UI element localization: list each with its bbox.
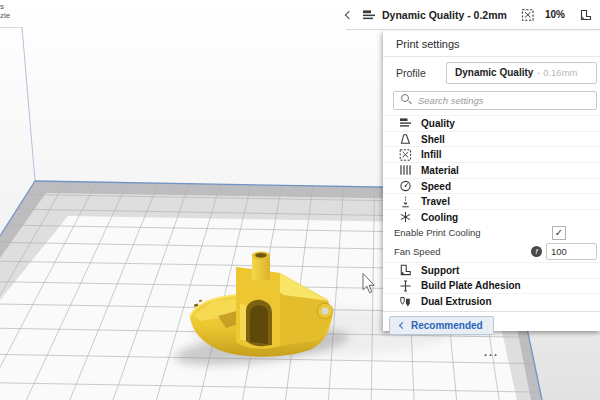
chevron-left-icon xyxy=(399,322,406,329)
infill-icon xyxy=(399,149,412,161)
settings-category-list: QualityShellInfillMaterialSpeedTravelCoo… xyxy=(383,115,600,225)
support-icon xyxy=(399,264,412,276)
category-label: Build Plate Adhesion xyxy=(421,280,521,291)
print-settings-panel: Print settings Profile Dynamic Quality -… xyxy=(383,31,600,331)
calculated-value-icon[interactable]: f xyxy=(531,246,542,257)
collapse-panel-button[interactable] xyxy=(346,0,352,29)
category-label: Cooling xyxy=(421,212,458,223)
category-label: Material xyxy=(421,165,459,176)
category-support[interactable]: Support xyxy=(383,262,600,278)
settings-category-list-bottom: SupportBuild Plate AdhesionDual Extrusio… xyxy=(383,262,600,309)
material-icon xyxy=(399,164,412,176)
category-label: Quality xyxy=(421,118,455,129)
support-summary: Off xyxy=(579,9,600,21)
cura-window: s zle Dynamic Quality - 0.2mm 10% Off xyxy=(0,0,600,400)
speed-icon xyxy=(399,180,412,192)
infill-value: 10% xyxy=(545,9,565,20)
category-build-plate-adhesion[interactable]: Build Plate Adhesion xyxy=(383,278,600,294)
category-label: Shell xyxy=(421,134,445,145)
category-cooling[interactable]: Cooling xyxy=(383,209,600,225)
enable-print-cooling-row: Enable Print Cooling ✓ xyxy=(383,225,600,241)
quality-icon xyxy=(362,9,376,21)
recommended-mode-button[interactable]: Recommended xyxy=(389,316,494,335)
panel-footer: Recommended ... xyxy=(383,312,600,357)
support-icon xyxy=(579,9,593,21)
profile-summary-label: Dynamic Quality - 0.2mm xyxy=(382,9,507,21)
dual-extrusion-icon xyxy=(399,296,412,308)
enable-print-cooling-label: Enable Print Cooling xyxy=(394,227,552,238)
cropped-nozzle-label: s zle xyxy=(0,2,10,20)
print-settings-summary[interactable]: Dynamic Quality - 0.2mm 10% Off xyxy=(352,9,600,21)
search-row xyxy=(383,88,600,115)
category-dual-extrusion[interactable]: Dual Extrusion xyxy=(383,293,600,309)
shell-icon xyxy=(399,133,412,145)
category-label: Speed xyxy=(421,181,451,192)
print-settings-topbar: Dynamic Quality - 0.2mm 10% Off xyxy=(346,0,600,30)
infill-summary: 10% xyxy=(521,9,565,21)
profile-dropdown[interactable]: Dynamic Quality - 0.16mm xyxy=(446,62,597,84)
fan-speed-row: Fan Speed f xyxy=(383,241,600,262)
category-travel[interactable]: Travel xyxy=(383,193,600,209)
category-label: Support xyxy=(421,265,459,276)
category-infill[interactable]: Infill xyxy=(383,146,600,162)
category-material[interactable]: Material xyxy=(383,162,600,178)
adhesion-icon xyxy=(399,280,412,292)
category-label: Infill xyxy=(421,149,442,160)
profile-label: Profile xyxy=(396,67,446,79)
quality-icon xyxy=(399,117,412,129)
panel-title: Print settings xyxy=(383,31,600,57)
profile-row: Profile Dynamic Quality - 0.16mm xyxy=(383,57,600,88)
category-label: Travel xyxy=(421,196,450,207)
cooling-icon xyxy=(399,211,412,223)
search-icon xyxy=(401,94,409,102)
fan-speed-input[interactable] xyxy=(546,243,597,260)
category-quality[interactable]: Quality xyxy=(383,115,600,131)
fan-speed-label: Fan Speed xyxy=(394,246,531,257)
panel-resize-handle[interactable]: ... xyxy=(484,347,499,357)
category-label: Dual Extrusion xyxy=(421,296,492,307)
search-settings-input[interactable] xyxy=(393,91,597,110)
category-shell[interactable]: Shell xyxy=(383,131,600,147)
infill-icon xyxy=(521,9,535,21)
travel-icon xyxy=(399,196,412,208)
category-speed[interactable]: Speed xyxy=(383,178,600,194)
enable-print-cooling-checkbox[interactable]: ✓ xyxy=(552,226,566,240)
